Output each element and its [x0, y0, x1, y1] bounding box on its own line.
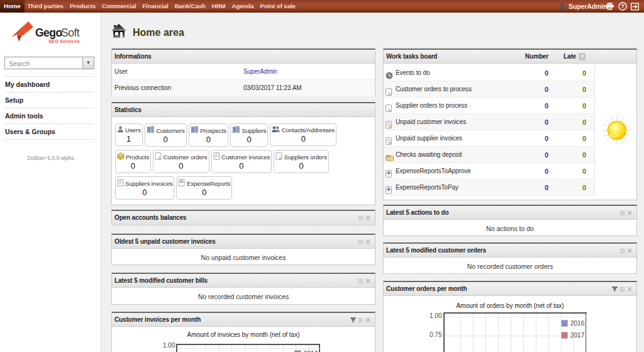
svg-text:Gego: Gego: [35, 26, 62, 39]
svg-text:?: ?: [580, 54, 584, 60]
svg-text:Soft: Soft: [61, 26, 80, 39]
svg-text:SEO Services: SEO Services: [48, 38, 80, 44]
svg-text:?: ?: [621, 3, 625, 9]
